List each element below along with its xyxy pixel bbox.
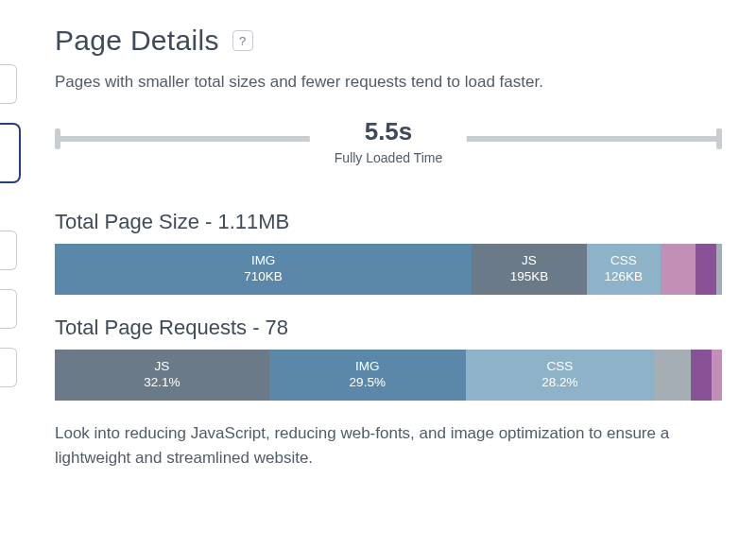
segment-value: 126KB <box>605 269 644 285</box>
total-page-requests-title: Total Page Requests - 78 <box>55 316 722 340</box>
bar-segment-img[interactable]: IMG29.5% <box>269 350 466 401</box>
page-details-panel: Page Details ? Pages with smaller total … <box>0 0 756 470</box>
bar-segment-img[interactable]: IMG710KB <box>55 244 472 295</box>
sidebar-tab-active[interactable] <box>0 123 21 183</box>
bar-segment-other[interactable] <box>661 244 696 295</box>
sidebar-tab-stub[interactable] <box>0 231 17 270</box>
tip-text: Look into reducing JavaScript, reducing … <box>55 421 722 471</box>
segment-label: JS <box>154 359 169 375</box>
fully-loaded-ruler: 5.5s Fully Loaded Time <box>55 127 722 193</box>
sidebar-tab-stub[interactable] <box>0 289 17 329</box>
total-page-requests-bar: JS32.1%IMG29.5%CSS28.2% <box>55 350 722 401</box>
segment-value: 29.5% <box>350 375 386 391</box>
ruler-center-block: 5.5s Fully Loaded Time <box>310 117 467 165</box>
segment-value: 32.1% <box>144 375 180 391</box>
bar-segment-html[interactable] <box>712 350 722 401</box>
sidebar-tab-stub[interactable] <box>0 348 17 387</box>
segment-label: CSS <box>547 359 574 375</box>
segment-label: IMG <box>251 253 276 269</box>
segment-label: JS <box>522 253 537 269</box>
segment-label: IMG <box>355 359 380 375</box>
bar-segment-font[interactable] <box>696 244 716 295</box>
title-row: Page Details ? <box>55 25 722 57</box>
help-icon[interactable]: ? <box>232 30 253 51</box>
bar-segment-font[interactable] <box>691 350 713 401</box>
ruler-tick-end <box>716 128 722 149</box>
sidebar-tab-stub[interactable] <box>0 64 17 104</box>
page-title: Page Details <box>55 25 219 57</box>
lead-text: Pages with smaller total sizes and fewer… <box>55 70 722 94</box>
segment-value: 28.2% <box>541 375 577 391</box>
bar-segment-other[interactable] <box>654 350 691 401</box>
fully-loaded-value: 5.5s <box>335 117 442 146</box>
total-page-size-bar: IMG710KBJS195KBCSS126KB <box>55 244 722 295</box>
bar-segment-js[interactable]: JS32.1% <box>55 350 269 401</box>
segment-value: 710KB <box>244 269 283 285</box>
total-page-size-title: Total Page Size - 1.11MB <box>55 210 722 234</box>
fully-loaded-label: Fully Loaded Time <box>335 150 442 165</box>
segment-label: CSS <box>610 253 637 269</box>
bar-segment-css[interactable]: CSS126KB <box>587 244 661 295</box>
ruler-tick-start <box>55 128 60 149</box>
bar-segment-html[interactable] <box>716 244 722 295</box>
bar-segment-js[interactable]: JS195KB <box>472 244 586 295</box>
segment-value: 195KB <box>510 269 549 285</box>
bar-segment-css[interactable]: CSS28.2% <box>466 350 654 401</box>
